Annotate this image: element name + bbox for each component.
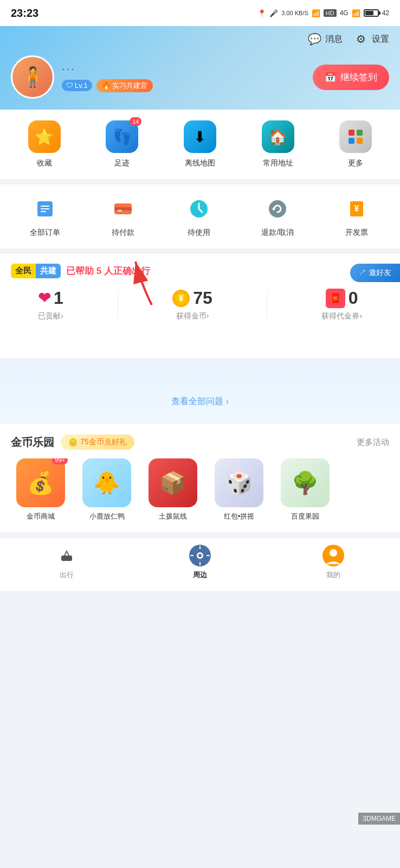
orders-section: 全部订单 待付款 待使用 退款/取消 — [0, 184, 400, 248]
settings-button[interactable]: ⚙ 设置 — [353, 31, 389, 47]
checkin-button[interactable]: 📅 继续签到 — [313, 65, 389, 90]
gold-title: 金币乐园 — [11, 435, 54, 450]
location-icon: 📍 — [257, 9, 266, 17]
nav-mine-label: 我的 — [326, 570, 340, 580]
svg-point-12 — [269, 200, 286, 218]
gold-section: 金币乐园 🪙 75金币兑好礼 更多活动 💰 99+ 金币商城 🐥 小鹿放仁鸭 📦… — [0, 424, 400, 532]
gold-item-dice[interactable]: 🎲 红包•拼摇 — [209, 458, 269, 521]
settings-label: 设置 — [372, 34, 389, 45]
gold-item-duck[interactable]: 🐥 小鹿放仁鸭 — [77, 458, 137, 521]
order-refund[interactable]: 退款/取消 — [261, 195, 294, 238]
network-speed: 3.00 KB/S — [281, 10, 308, 16]
header: 💬 消息 ⚙ 设置 🧍 ··· 🛡 Lv.1 🔥 实习共建官 📅 — [0, 26, 400, 110]
stat-contribution-label: 已贡献› — [38, 311, 63, 321]
order-invoice-label: 开发票 — [345, 228, 368, 238]
nav-mine[interactable]: 我的 — [321, 544, 345, 580]
order-all[interactable]: 全部订单 — [30, 195, 60, 238]
message-label: 消息 — [325, 34, 343, 45]
gold-marmot-icon: 📦 — [149, 458, 197, 507]
nav-travel[interactable]: 出行 — [55, 544, 79, 580]
stat-contribution-number: ❤ 1 — [38, 288, 63, 308]
quick-action-address[interactable]: 🏠 常用地址 — [262, 120, 294, 168]
stat-voucher[interactable]: 🧧 0 获得代金券› — [321, 288, 362, 321]
order-pending-use[interactable]: 待使用 — [185, 195, 212, 238]
arrow-container — [11, 321, 389, 348]
share-icon: ↗ — [359, 268, 369, 277]
community-section: 全民 共建 已帮助 5 人正确出行 ↗ 邀好友 ❤ 1 已贡献› ¥ 75 获得… — [0, 254, 400, 358]
role-badge: 🔥 实习共建官 — [96, 79, 153, 92]
battery-level: 42 — [382, 9, 389, 17]
gold-shop-label: 金币商城 — [27, 512, 55, 521]
more-label: 更多 — [348, 158, 363, 168]
message-button[interactable]: 💬 消息 — [307, 31, 343, 47]
fire-icon: 🔥 — [102, 81, 111, 90]
favorites-label: 收藏 — [37, 158, 52, 168]
gold-dice-label: 红包•拼摇 — [224, 512, 255, 521]
nav-nearby[interactable]: 周边 — [188, 544, 212, 580]
order-pending-use-label: 待使用 — [188, 228, 210, 238]
quick-action-favorites[interactable]: ⭐ 收藏 — [28, 120, 61, 168]
stat-contribution[interactable]: ❤ 1 已贡献› — [38, 288, 63, 321]
gold-header: 金币乐园 🪙 75金币兑好礼 更多活动 — [11, 435, 389, 450]
gold-item-shop[interactable]: 💰 99+ 金币商城 — [11, 458, 70, 521]
red-arrow-svg — [108, 251, 195, 316]
status-icons: 📍 🎤 3.00 KB/S 📶 HD 4G 📶 42 — [257, 9, 389, 17]
gold-marmot-label: 土拨鼠线 — [159, 512, 187, 521]
questions-section: 查看全部问题 › — [0, 363, 400, 424]
mic-icon: 🎤 — [269, 9, 278, 17]
order-pending-pay-label: 待付款 — [112, 228, 134, 238]
invite-button[interactable]: ↗ 邀好友 — [350, 264, 400, 282]
tag-part2: 共建 — [36, 264, 61, 278]
footprint-label: 足迹 — [114, 158, 130, 168]
stat-voucher-number: 🧧 0 — [326, 288, 358, 308]
more-icon — [339, 120, 372, 153]
avatar[interactable]: 🧍 — [11, 55, 54, 99]
order-all-icon — [31, 195, 59, 222]
signal-badge: 4G — [340, 9, 349, 17]
quick-actions: ⭐ 收藏 👣 14 足迹 ⬇ 离线地图 🏠 常用地址 更多 — [0, 110, 400, 179]
signal-bars: 📶 — [352, 9, 360, 17]
offline-map-icon: ⬇ — [184, 120, 216, 153]
profile-section: 🧍 ··· 🛡 Lv.1 🔥 实习共建官 📅 继续签到 — [11, 55, 389, 99]
svg-point-19 — [198, 554, 202, 557]
gold-item-tree[interactable]: 🌳 百度果园 — [275, 458, 335, 521]
svg-rect-0 — [349, 130, 354, 136]
order-pending-pay[interactable]: 待付款 — [109, 195, 137, 238]
order-pending-pay-icon — [109, 195, 137, 222]
address-label: 常用地址 — [263, 158, 293, 168]
gold-items: 💰 99+ 金币商城 🐥 小鹿放仁鸭 📦 土拨鼠线 🎲 红包•拼摇 🌳 百度果园 — [11, 458, 389, 521]
nearby-icon — [188, 544, 212, 567]
gold-item-marmot[interactable]: 📦 土拨鼠线 — [143, 458, 203, 521]
svg-rect-7 — [41, 211, 46, 212]
gold-more-button[interactable]: 更多活动 — [357, 437, 389, 448]
svg-rect-1 — [357, 130, 363, 136]
checkin-icon: 📅 — [325, 72, 336, 83]
order-invoice-icon: ¥ — [343, 195, 370, 222]
svg-rect-9 — [114, 207, 132, 210]
nav-nearby-label: 周边 — [193, 570, 207, 580]
svg-text:¥: ¥ — [354, 204, 359, 213]
settings-icon: ⚙ — [353, 31, 369, 47]
order-all-label: 全部订单 — [30, 228, 60, 238]
svg-rect-6 — [41, 208, 49, 209]
stat-voucher-label: 获得代金券› — [321, 311, 362, 321]
shield-icon: 🛡 — [66, 81, 73, 90]
gold-badge-coin-icon: 🪙 — [68, 438, 78, 446]
travel-icon — [55, 544, 79, 567]
community-stats: ❤ 1 已贡献› ¥ 75 获得金币› 🧧 0 获得代金券› — [11, 288, 389, 321]
gold-coin-badge: 🪙 75金币兑好礼 — [61, 435, 134, 450]
gold-title-group: 金币乐园 🪙 75金币兑好礼 — [11, 435, 134, 450]
quick-action-more[interactable]: 更多 — [339, 120, 372, 168]
community-tag: 全民 共建 — [11, 264, 61, 278]
view-all-questions[interactable]: 查看全部问题 › — [171, 397, 229, 406]
quick-action-footprint[interactable]: 👣 14 足迹 — [106, 120, 138, 168]
gold-tree-icon: 🌳 — [281, 458, 330, 507]
order-invoice[interactable]: ¥ 开发票 — [343, 195, 370, 238]
gold-tree-label: 百度果园 — [291, 512, 319, 521]
gold-shop-badge: 99+ — [52, 458, 68, 464]
bottom-nav: 出行 周边 我的 — [0, 538, 400, 591]
gold-dice-icon: 🎲 — [215, 458, 263, 507]
offline-map-label: 离线地图 — [185, 158, 215, 168]
quick-action-offline-map[interactable]: ⬇ 离线地图 — [184, 120, 216, 168]
red-packet-icon: 🧧 — [326, 289, 345, 308]
